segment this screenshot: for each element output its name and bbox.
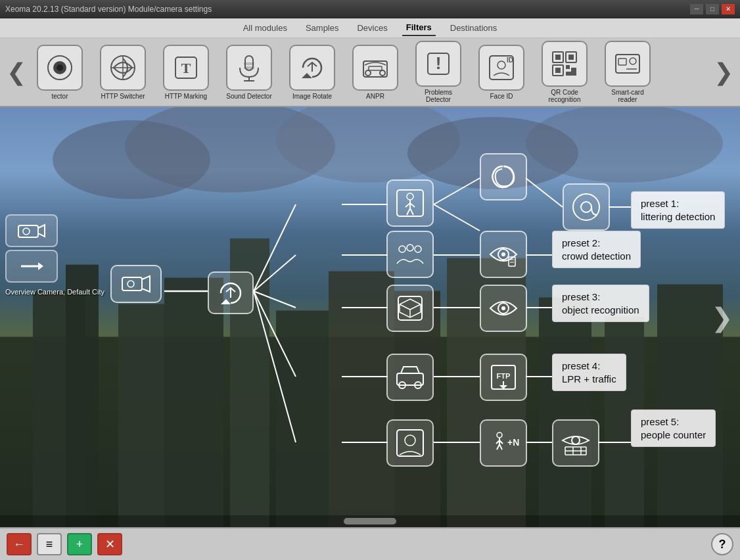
tab-devices[interactable]: Devices <box>353 20 391 35</box>
module-icon-sound-detector[interactable]: Sound Detector <box>220 45 279 100</box>
svg-point-39 <box>526 107 723 183</box>
module-icon-anpr[interactable]: ANPR <box>346 45 405 100</box>
preset5-box[interactable]: preset 5: people counter <box>631 409 716 447</box>
scrollbar-thumb[interactable] <box>344 518 396 525</box>
svg-rect-42 <box>66 265 99 527</box>
preset2-box[interactable]: preset 2: crowd detection <box>552 231 641 268</box>
svg-marker-84 <box>221 299 231 304</box>
svg-point-118 <box>497 432 502 438</box>
svg-rect-116 <box>397 430 423 456</box>
svg-marker-54 <box>38 225 45 237</box>
spiral-node[interactable] <box>480 153 527 200</box>
svg-line-89 <box>405 203 410 207</box>
module-icon-face-id[interactable]: ID Face ID <box>472 45 531 100</box>
motion-detector-label: tector <box>51 93 68 100</box>
svg-rect-50 <box>539 298 591 527</box>
svg-rect-81 <box>122 277 142 291</box>
crowd-node[interactable] <box>386 231 434 278</box>
module-icons-list: tector HTTP Switcher T <box>30 41 710 103</box>
preset4-box[interactable]: preset 4: LPR + traffic <box>552 354 626 391</box>
svg-rect-10 <box>244 66 254 69</box>
svg-rect-32 <box>618 58 626 65</box>
help-button[interactable]: ? <box>711 533 733 555</box>
tab-all-modules[interactable]: All modules <box>239 20 291 35</box>
module-icon-problems-detector[interactable]: ! ProblemsDetector <box>409 41 468 103</box>
close-button[interactable]: ✕ <box>722 4 735 14</box>
qr-code-icon-box <box>542 41 588 87</box>
svg-point-87 <box>407 193 413 200</box>
module-icon-smart-card[interactable]: Smart-cardreader <box>598 41 657 103</box>
svg-line-122 <box>497 444 499 450</box>
image-rotate-icon-box <box>289 45 335 91</box>
svg-rect-47 <box>329 271 394 527</box>
scrollbar-area[interactable] <box>0 515 740 527</box>
svg-marker-11 <box>302 73 312 78</box>
list-button[interactable]: ≡ <box>37 533 62 555</box>
module-icon-image-rotate[interactable]: Image Rotate <box>283 45 342 100</box>
tab-destinations[interactable]: Destinations <box>446 20 501 35</box>
svg-point-33 <box>630 58 636 64</box>
http-switcher-icon-box <box>100 45 146 91</box>
car-node[interactable] <box>386 354 434 401</box>
image-rotate-label: Image Rotate <box>292 93 332 100</box>
smart-card-icon-box <box>605 41 651 87</box>
tab-filters[interactable]: Filters <box>402 20 436 36</box>
arrow-icon[interactable] <box>5 250 58 283</box>
object-node[interactable] <box>386 285 434 332</box>
face-node[interactable] <box>386 419 434 467</box>
camera-icon[interactable] <box>5 214 58 247</box>
preset1-box[interactable]: preset 1: littering detection <box>631 191 725 229</box>
grid-counter-node[interactable] <box>552 419 599 467</box>
module-toolbar: ❮ tector <box>0 38 740 107</box>
svg-text:ID: ID <box>507 57 513 64</box>
svg-rect-110 <box>397 373 423 385</box>
svg-rect-25 <box>568 55 574 60</box>
svg-rect-23 <box>555 55 561 60</box>
svg-point-97 <box>415 246 421 252</box>
svg-text:FTP: FTP <box>497 372 511 380</box>
svg-rect-31 <box>616 55 639 73</box>
svg-point-109 <box>501 306 505 310</box>
svg-text:+N: +N <box>507 437 519 448</box>
svg-rect-43 <box>118 304 164 527</box>
anpr-icon-box <box>352 45 398 91</box>
svg-rect-30 <box>566 72 576 76</box>
add-button[interactable]: + <box>67 533 92 555</box>
svg-rect-27 <box>555 68 561 73</box>
svg-point-125 <box>572 436 580 444</box>
delete-button[interactable]: ✕ <box>97 533 122 555</box>
preset3-box[interactable]: preset 3: object recognition <box>552 285 649 322</box>
main-canvas: Overview Camera, Default City <box>0 107 740 527</box>
camera-node[interactable] <box>110 265 162 303</box>
sound-detector-label: Sound Detector <box>226 93 272 100</box>
qr-code-label: QR Coderecognition <box>549 89 581 103</box>
minimize-button[interactable]: ─ <box>690 4 703 14</box>
svg-marker-82 <box>142 276 150 292</box>
rotation-node[interactable] <box>208 271 254 314</box>
tab-samples[interactable]: Samples <box>302 20 343 35</box>
ftp-node[interactable]: FTP <box>480 354 527 401</box>
counter-node[interactable]: +N <box>480 419 527 467</box>
svg-point-83 <box>127 281 134 287</box>
face-id-icon-box: ID <box>478 45 524 91</box>
svg-line-123 <box>499 444 502 450</box>
restore-button[interactable]: □ <box>706 4 719 14</box>
module-icon-http-switcher[interactable]: HTTP Switcher <box>93 45 152 100</box>
back-button[interactable]: ← <box>7 533 32 555</box>
svg-point-95 <box>399 246 405 252</box>
eye-node-crowd[interactable] <box>480 231 527 278</box>
svg-point-93 <box>573 194 599 220</box>
eye-node-object[interactable] <box>480 285 527 332</box>
toolbar-prev-arrow[interactable]: ❮ <box>3 58 30 86</box>
svg-point-55 <box>23 228 30 235</box>
module-icon-motion-detector[interactable]: tector <box>30 45 89 100</box>
canvas-right-arrow[interactable]: ❯ <box>711 302 733 333</box>
person-detector-node[interactable] <box>386 179 434 227</box>
window-controls: ─ □ ✕ <box>690 4 735 14</box>
svg-rect-53 <box>18 225 38 237</box>
module-icon-qr-code[interactable]: QR Coderecognition <box>535 41 594 103</box>
module-icon-http-marking[interactable]: T HTTP Marking <box>156 45 216 100</box>
svg-point-99 <box>501 252 505 256</box>
toolbar-next-arrow[interactable]: ❯ <box>710 58 737 86</box>
email-node[interactable] <box>563 183 610 231</box>
